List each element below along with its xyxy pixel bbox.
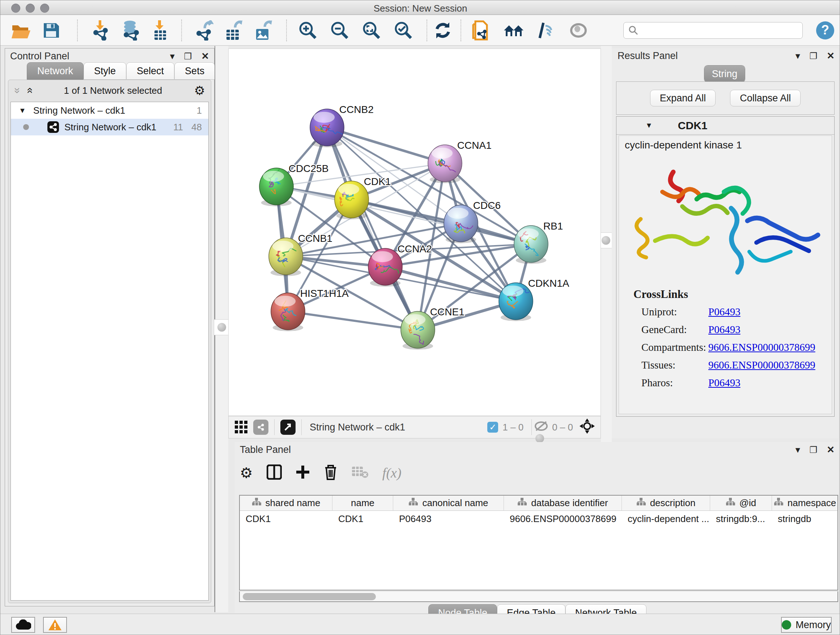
open-session-icon[interactable]	[11, 20, 32, 41]
collapse-results-icon[interactable]: ▾	[796, 50, 800, 62]
document-share-icon[interactable]	[471, 20, 491, 41]
help-icon[interactable]: ?	[815, 20, 835, 41]
warning-button[interactable]	[43, 617, 67, 633]
protein-structure-image	[619, 157, 821, 284]
table-horizontal-scrollbar[interactable]	[239, 591, 838, 602]
memory-status-dot	[782, 620, 791, 630]
expand-all-networks-icon[interactable]: »	[23, 88, 35, 94]
crosslink-row: Compartments:9606.ENSP00000378699	[633, 341, 815, 353]
tab-string[interactable]: String	[704, 65, 745, 82]
search-input[interactable]	[623, 22, 803, 39]
network-collection-row[interactable]: ▼ String Network – cdk1 1	[11, 102, 208, 119]
close-results-icon[interactable]: ✕	[827, 50, 835, 62]
expand-all-button[interactable]: Expand All	[650, 90, 716, 106]
cell-description[interactable]: cyclin-dependent ...	[622, 511, 710, 527]
cloud-button[interactable]	[11, 617, 35, 633]
close-table-icon[interactable]: ✕	[827, 444, 835, 455]
column-header-description[interactable]: description	[622, 496, 710, 510]
network-row[interactable]: String Network – cdk1 11 48	[11, 119, 208, 135]
show-columns-icon[interactable]	[267, 464, 282, 481]
column-header-namespace[interactable]: namespace	[772, 496, 838, 510]
float-panel-icon[interactable]: ❐	[184, 51, 192, 62]
tab-style[interactable]: Style	[84, 62, 126, 80]
collapse-all-networks-icon[interactable]: »	[11, 88, 24, 94]
crosslink-link[interactable]: 9606.ENSP00000378699	[708, 359, 815, 371]
export-image-icon[interactable]	[253, 20, 273, 41]
scrollbar-thumb[interactable]	[243, 593, 376, 600]
float-results-icon[interactable]: ❐	[810, 51, 818, 61]
column-header--id[interactable]: @id	[710, 496, 772, 510]
cell-namespace[interactable]: stringdb	[772, 511, 838, 527]
cell-shared-name[interactable]: CDK1	[240, 511, 332, 527]
import-table-icon[interactable]	[150, 20, 171, 41]
tab-sets[interactable]: Sets	[174, 62, 215, 80]
column-namespace-icon	[726, 497, 735, 509]
crosslink-link[interactable]: P06493	[708, 324, 741, 336]
crosslink-link[interactable]: 9606.ENSP00000378699	[708, 341, 815, 353]
hide-glasses-icon[interactable]	[536, 20, 556, 41]
table-header-row: shared namenamecanonical namedatabase id…	[240, 496, 837, 511]
zoom-out-icon[interactable]	[330, 20, 350, 41]
edge-CCNB2-CCNE1[interactable]	[327, 127, 418, 330]
collapse-panel-icon[interactable]: ▾	[170, 51, 175, 62]
network-options-gear-icon[interactable]: ⚙	[194, 83, 205, 98]
cell-canonical-name[interactable]: P06493	[393, 511, 504, 527]
results-panel: Results Panel ▾ ❐ ✕ String Expand All Co…	[612, 48, 838, 439]
cdk1-expander-icon[interactable]: ▼	[645, 121, 653, 130]
crosslink-link[interactable]: P06493	[708, 306, 741, 318]
column-label: name	[351, 497, 374, 509]
column-header-canonical-name[interactable]: canonical name	[393, 496, 504, 510]
cell-database-identifier[interactable]: 9606.ENSP00000378699	[504, 511, 622, 527]
zoom-fit-icon[interactable]	[362, 20, 382, 41]
add-column-icon[interactable]	[295, 465, 310, 481]
delete-column-icon[interactable]	[324, 464, 338, 481]
network-selected-status: 1 of 1 Network selected	[32, 85, 194, 96]
node-label-CDKN1A: CDKN1A	[528, 278, 569, 289]
memory-button[interactable]: Memory	[781, 617, 832, 633]
import-network-database-icon[interactable]	[120, 20, 141, 41]
column-header-shared-name[interactable]: shared name	[240, 496, 332, 510]
horizontal-splitter[interactable]	[228, 439, 601, 442]
left-splitter-grip[interactable]	[214, 319, 230, 335]
column-namespace-icon	[636, 497, 646, 509]
close-panel-icon[interactable]: ✕	[201, 51, 209, 62]
cell-name[interactable]: CDK1	[332, 511, 393, 527]
collapse-all-button[interactable]: Collapse All	[730, 90, 801, 106]
left-splitter[interactable]	[215, 46, 228, 612]
column-header-name[interactable]: name	[332, 496, 393, 510]
network-share-badge-icon[interactable]	[253, 420, 268, 435]
column-namespace-icon	[409, 497, 418, 509]
network-canvas[interactable]: CCNB2CCNA1CDC25BCDK1CDC6RB1CCNB1CCNA2CDK…	[228, 49, 601, 416]
cell--id[interactable]: stringdb:9...	[710, 511, 772, 527]
tab-network[interactable]: Network	[27, 62, 84, 80]
function-builder-icon[interactable]: f(x)	[382, 465, 401, 481]
tab-select[interactable]: Select	[126, 62, 174, 80]
table-row[interactable]: CDK1CDK1P064939606.ENSP00000378699cyclin…	[240, 511, 837, 527]
search-icon	[628, 25, 639, 36]
selected-checkbox-icon[interactable]: ✓	[487, 422, 498, 432]
edge-CCNB2-CCNA1[interactable]	[327, 127, 445, 163]
delete-table-icon[interactable]	[351, 465, 369, 480]
export-network-icon[interactable]	[194, 20, 214, 41]
import-network-file-icon[interactable]	[91, 20, 111, 41]
birdseye-grid-icon[interactable]	[233, 417, 249, 437]
node-label-CCNA2: CCNA2	[398, 243, 432, 255]
home-network-icon[interactable]	[503, 20, 523, 41]
crosslink-link[interactable]: P06493	[708, 377, 741, 389]
cdk1-section: ▼ CDK1 cyclin-dependent kinase 1	[616, 116, 835, 417]
edge-HIST1H1A-CCNE1[interactable]	[288, 311, 418, 330]
float-table-icon[interactable]: ❐	[810, 445, 818, 455]
column-namespace-icon	[774, 497, 783, 509]
export-table-icon[interactable]	[224, 20, 244, 41]
refresh-icon[interactable]	[433, 20, 453, 41]
zoom-selected-icon[interactable]	[393, 20, 414, 41]
pan-crosshair-icon[interactable]	[579, 418, 595, 436]
table-settings-gear-icon[interactable]: ⚙	[240, 464, 253, 481]
save-session-icon[interactable]	[41, 20, 61, 41]
collapse-table-icon[interactable]: ▾	[796, 444, 800, 455]
open-in-new-window-icon[interactable]	[280, 420, 295, 435]
collection-expander-icon[interactable]: ▼	[19, 106, 26, 115]
eye-icon[interactable]	[568, 20, 589, 41]
zoom-in-icon[interactable]	[298, 20, 318, 41]
column-header-database-identifier[interactable]: database identifier	[504, 496, 622, 510]
